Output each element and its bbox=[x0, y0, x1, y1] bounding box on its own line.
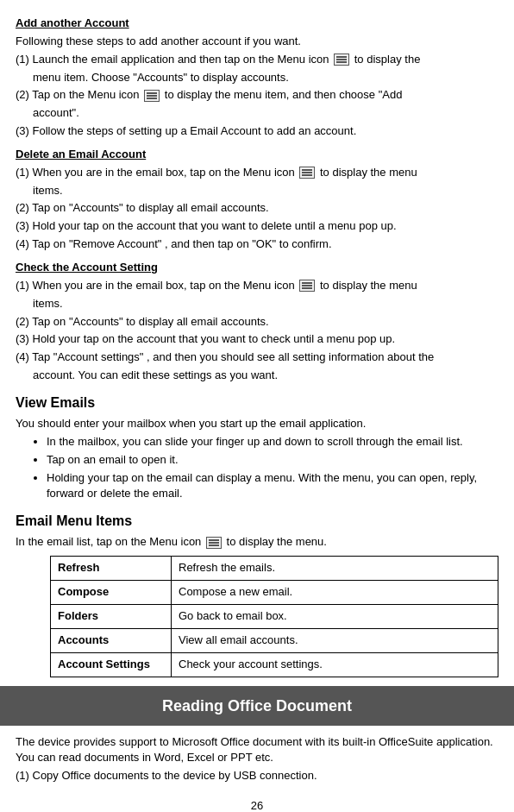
step1-text-a: (1) Launch the email application and the… bbox=[16, 53, 332, 66]
intro-post: to display the menu. bbox=[223, 535, 327, 548]
del-step1-a: (1) When you are in the email box, tap o… bbox=[16, 166, 298, 179]
menu-item-description: Check your account settings. bbox=[172, 652, 498, 677]
delete-step-4: (4) Tap on "Remove Account" , and then t… bbox=[16, 236, 498, 253]
table-row: AccountsView all email accounts. bbox=[51, 628, 498, 652]
add-account-heading: Add another Account bbox=[16, 16, 498, 32]
table-row: FoldersGo back to email box. bbox=[51, 605, 498, 629]
menu-icon-5 bbox=[206, 537, 222, 549]
step2-text-b: to display the menu item, and then choos… bbox=[161, 88, 402, 101]
bullet-1: In the mailbox, you can slide your finge… bbox=[47, 434, 498, 450]
view-emails-heading: View Emails bbox=[16, 393, 498, 412]
bullet-3: Holding your tap on the email can displa… bbox=[47, 470, 498, 503]
delete-step-1: (1) When you are in the email box, tap o… bbox=[16, 165, 498, 181]
menu-icon-4 bbox=[299, 280, 315, 292]
step1-text-b: to display the bbox=[351, 53, 420, 66]
email-menu-section: Email Menu Items In the email list, tap … bbox=[16, 511, 498, 677]
menu-item-description: Refresh the emails. bbox=[172, 557, 498, 581]
intro-pre: In the email list, tap on the Menu icon bbox=[16, 535, 204, 548]
chk-step1-b: to display the menu bbox=[317, 279, 417, 292]
add-account-section: Add another Account Following these step… bbox=[16, 16, 498, 140]
add-account-step-2b: account". bbox=[16, 105, 498, 122]
menu-icon-2 bbox=[144, 90, 160, 102]
menu-item-label: Folders bbox=[51, 605, 172, 629]
chk-step1-a: (1) When you are in the email box, tap o… bbox=[16, 279, 298, 292]
add-account-step-2: (2) Tap on the Menu icon to display the … bbox=[16, 87, 498, 104]
menu-item-description: Go back to email box. bbox=[172, 605, 498, 629]
step2-text-a: (2) Tap on the Menu icon bbox=[16, 88, 142, 101]
menu-item-label: Compose bbox=[51, 581, 172, 605]
check-step-3: (3) Hold your tap on the account that yo… bbox=[16, 331, 498, 348]
menu-item-description: View all email accounts. bbox=[172, 628, 498, 652]
email-menu-heading: Email Menu Items bbox=[16, 511, 498, 531]
menu-item-label: Account Settings bbox=[51, 652, 172, 677]
menu-icon-3 bbox=[299, 167, 315, 179]
table-row: RefreshRefresh the emails. bbox=[51, 557, 498, 581]
delete-step-2: (2) Tap on "Accounts" to display all ema… bbox=[16, 200, 498, 217]
reading-office-para1: The device provides support to Microsoft… bbox=[16, 734, 498, 767]
page-number: 26 bbox=[16, 798, 498, 812]
email-menu-intro: In the email list, tap on the Menu icon … bbox=[16, 534, 498, 551]
bullet-2: Tap on an email to open it. bbox=[47, 452, 498, 469]
delete-account-heading: Delete an Email Account bbox=[16, 147, 498, 163]
menu-icon-1 bbox=[334, 54, 349, 66]
add-account-step-1: (1) Launch the email application and the… bbox=[16, 52, 498, 68]
check-step-1b: items. bbox=[16, 296, 498, 312]
table-row: Account SettingsCheck your account setti… bbox=[51, 652, 498, 677]
menu-item-label: Refresh bbox=[51, 557, 172, 581]
reading-office-banner: Reading Office Document bbox=[0, 686, 514, 726]
add-account-step-0: Following these steps to add another acc… bbox=[16, 34, 498, 50]
delete-step-3: (3) Hold your tap on the account that yo… bbox=[16, 218, 498, 235]
check-step-1: (1) When you are in the email box, tap o… bbox=[16, 278, 498, 294]
add-account-step-3: (3) Follow the steps of setting up a Ema… bbox=[16, 123, 498, 140]
check-step-4: (4) Tap "Account settings" , and then yo… bbox=[16, 349, 498, 366]
add-account-step-1b: menu item. Choose "Accounts" to display … bbox=[16, 70, 498, 86]
del-step1-b: to display the menu bbox=[317, 166, 417, 179]
delete-step-1b: items. bbox=[16, 183, 498, 199]
menu-item-description: Compose a new email. bbox=[172, 581, 498, 605]
view-emails-section: View Emails You should enter your mailbo… bbox=[16, 393, 498, 502]
delete-account-section: Delete an Email Account (1) When you are… bbox=[16, 147, 498, 253]
email-menu-table: RefreshRefresh the emails.ComposeCompose… bbox=[50, 556, 498, 677]
view-emails-bullets: In the mailbox, you can slide your finge… bbox=[16, 434, 498, 502]
check-account-section: Check the Account Setting (1) When you a… bbox=[16, 260, 498, 384]
table-row: ComposeCompose a new email. bbox=[51, 581, 498, 605]
view-emails-intro: You should enter your mailbox when you s… bbox=[16, 416, 498, 432]
reading-office-section: The device provides support to Microsoft… bbox=[16, 734, 498, 785]
check-step-4b: account. You can edit these settings as … bbox=[16, 368, 498, 384]
check-account-heading: Check the Account Setting bbox=[16, 260, 498, 276]
reading-office-step1: (1) Copy Office documents to the device … bbox=[16, 768, 498, 784]
menu-item-label: Accounts bbox=[51, 628, 172, 652]
check-step-2: (2) Tap on "Accounts" to display all ema… bbox=[16, 314, 498, 330]
